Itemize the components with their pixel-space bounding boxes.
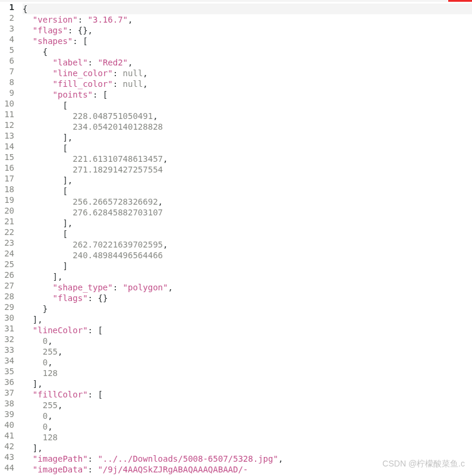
code-line[interactable]: "flags": {}, xyxy=(23,25,472,36)
token-num: 0 xyxy=(43,358,48,367)
code-line[interactable]: 276.62845882703107 xyxy=(23,207,472,218)
code-line[interactable]: ], xyxy=(23,443,472,453)
code-line[interactable]: 128 xyxy=(23,432,472,443)
line-number: 19 xyxy=(0,195,18,205)
code-editor[interactable]: 1234567891011121314151617181920212223242… xyxy=(0,0,472,475)
token-s: "/9j/4AAQSkZJRgABAQAAAQABAAD/- xyxy=(97,465,248,474)
code-line[interactable]: "label": "Red2", xyxy=(23,57,472,68)
code-line[interactable]: } xyxy=(23,303,472,314)
token-p: , xyxy=(58,400,62,410)
token-p: , xyxy=(158,197,163,206)
code-line[interactable]: 255, xyxy=(23,346,472,357)
token-p: ], xyxy=(23,379,43,389)
line-number: 18 xyxy=(0,184,18,195)
code-line[interactable]: "flags": {} xyxy=(23,293,472,303)
token-k: "flags" xyxy=(53,293,88,303)
token-num: 271.18291427257554 xyxy=(73,165,163,174)
code-line[interactable]: "shapes": [ xyxy=(23,36,472,46)
line-number: 4 xyxy=(0,34,18,45)
token-p xyxy=(23,90,53,99)
token-p: , xyxy=(163,154,168,164)
token-num: 240.48984496564466 xyxy=(73,250,163,260)
line-number: 38 xyxy=(0,398,18,409)
code-line[interactable]: "imagePath": "../../Downloads/5008-6507/… xyxy=(23,453,472,464)
code-line[interactable]: "fillColor": [ xyxy=(23,389,472,400)
token-p: } xyxy=(23,304,48,314)
code-line[interactable]: "version": "3.16.7", xyxy=(23,14,472,25)
token-p xyxy=(23,15,33,24)
token-p: ], xyxy=(23,218,73,228)
token-p: : xyxy=(88,454,98,464)
token-p: , xyxy=(48,411,52,421)
code-line[interactable]: "fill_color": null, xyxy=(23,79,472,89)
code-line[interactable]: ], xyxy=(23,175,472,186)
code-line[interactable]: 255, xyxy=(23,400,472,411)
code-area[interactable]: { "version": "3.16.7", "flags": {}, "sha… xyxy=(23,2,472,475)
token-p: : xyxy=(113,79,123,89)
token-num: 128 xyxy=(43,368,58,378)
code-line[interactable]: ], xyxy=(23,218,472,228)
code-line[interactable]: "line_color": null, xyxy=(23,68,472,79)
code-line[interactable]: 221.61310748613457, xyxy=(23,154,472,164)
token-s: "polygon" xyxy=(123,283,168,292)
line-number: 40 xyxy=(0,419,18,430)
code-line[interactable]: 234.05420140128828 xyxy=(23,121,472,132)
token-p xyxy=(23,122,73,131)
code-line[interactable]: ], xyxy=(23,378,472,389)
code-line[interactable]: [ xyxy=(23,186,472,196)
code-line[interactable]: 0, xyxy=(23,411,472,421)
code-line[interactable]: [ xyxy=(23,228,472,239)
code-line[interactable]: 0, xyxy=(23,421,472,432)
line-number-gutter: 1234567891011121314151617181920212223242… xyxy=(0,2,18,473)
code-line[interactable]: ] xyxy=(23,261,472,271)
token-p: : xyxy=(88,58,98,67)
code-line[interactable]: [ xyxy=(23,143,472,154)
token-p xyxy=(23,336,43,346)
line-number: 43 xyxy=(0,452,18,462)
code-line[interactable]: 256.2665728326692, xyxy=(23,196,472,207)
code-line[interactable]: { xyxy=(23,46,472,57)
line-number: 26 xyxy=(0,270,18,280)
line-number: 17 xyxy=(0,173,18,184)
code-line[interactable]: { xyxy=(23,4,472,14)
line-number: 14 xyxy=(0,141,18,152)
code-line[interactable]: 0, xyxy=(23,357,472,368)
token-s: "../../Downloads/5008-6507/5328.jpg" xyxy=(97,454,278,464)
line-number: 35 xyxy=(0,366,18,377)
code-line[interactable]: ], xyxy=(23,132,472,143)
token-p: { xyxy=(23,47,48,57)
line-number: 16 xyxy=(0,162,18,173)
token-k: "shapes" xyxy=(33,36,73,46)
code-line[interactable]: 271.18291427257554 xyxy=(23,164,472,175)
code-line[interactable]: [ xyxy=(23,100,472,111)
line-number: 28 xyxy=(0,291,18,302)
token-p: , xyxy=(143,79,147,89)
token-p: ], xyxy=(23,443,43,453)
code-line[interactable]: ], xyxy=(23,314,472,325)
token-p: , xyxy=(143,68,147,78)
line-number: 21 xyxy=(0,216,18,227)
line-number: 23 xyxy=(0,237,18,248)
token-p: : [ xyxy=(88,325,103,335)
code-line[interactable]: "points": [ xyxy=(23,89,472,100)
token-p: ] xyxy=(23,261,68,271)
line-number: 24 xyxy=(0,248,18,259)
code-line[interactable]: 262.70221639702595, xyxy=(23,239,472,250)
token-p xyxy=(23,165,73,174)
code-line[interactable]: 128 xyxy=(23,368,472,378)
token-p xyxy=(23,26,33,35)
token-p: : xyxy=(88,465,98,474)
line-number: 5 xyxy=(0,45,18,55)
token-p xyxy=(23,368,43,378)
token-num: 228.048751050491 xyxy=(73,111,153,121)
code-line[interactable]: 0, xyxy=(23,336,472,346)
token-p: , xyxy=(153,111,158,121)
code-line[interactable]: "lineColor": [ xyxy=(23,325,472,336)
code-line[interactable]: "imageData": "/9j/4AAQSkZJRgABAQAAAQABAA… xyxy=(23,464,472,475)
code-line[interactable]: 228.048751050491, xyxy=(23,111,472,121)
code-line[interactable]: ], xyxy=(23,271,472,282)
token-k: "line_color" xyxy=(53,68,113,78)
code-line[interactable]: 240.48984496564466 xyxy=(23,250,472,261)
token-p: , xyxy=(168,283,172,292)
code-line[interactable]: "shape_type": "polygon", xyxy=(23,282,472,293)
